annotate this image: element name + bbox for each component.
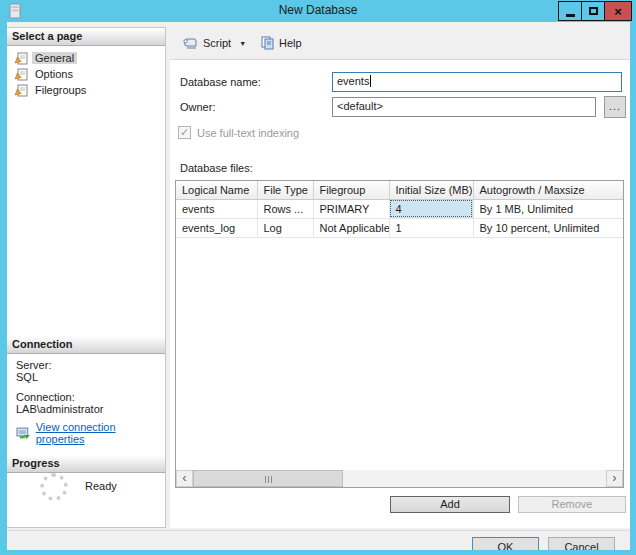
cell-logical-name[interactable]: events — [176, 199, 257, 218]
connection-properties-icon — [16, 427, 31, 440]
maximize-button[interactable] — [581, 1, 605, 21]
fulltext-checkbox-label: Use full-text indexing — [197, 127, 299, 139]
page-icon — [14, 52, 28, 65]
database-name-input[interactable]: events — [332, 72, 622, 92]
minimize-button[interactable] — [558, 1, 582, 21]
cell-filegroup[interactable]: PRIMARY — [313, 199, 389, 218]
cell-autogrowth[interactable]: By 1 MB, Unlimited — [473, 199, 624, 218]
table-header-row: Logical Name File Type Filegroup Initial… — [176, 181, 624, 199]
maximize-icon — [589, 7, 598, 15]
owner-label: Owner: — [180, 101, 215, 113]
window-controls: × — [559, 1, 632, 21]
table-row: events Rows ... PRIMARY 4 By 1 MB, Unlim… — [176, 199, 624, 218]
server-value: SQL — [16, 371, 38, 383]
sidebar-item-label: Options — [32, 68, 76, 80]
text-caret — [370, 75, 371, 87]
sidebar-item-label: General — [32, 52, 77, 64]
progress-spinner-icon — [40, 473, 68, 501]
page-icon — [14, 68, 28, 81]
server-label: Server: — [16, 359, 51, 371]
database-name-label: Database name: — [180, 76, 261, 88]
remove-button[interactable]: Remove — [518, 496, 626, 513]
title-bar[interactable]: New Database × — [0, 0, 636, 22]
cell-filegroup[interactable]: Not Applicable — [313, 218, 389, 237]
cell-file-type[interactable]: Log — [257, 218, 313, 237]
cell-initial-size[interactable]: 1 — [389, 218, 473, 237]
help-icon — [260, 36, 274, 50]
connection-header: Connection — [7, 336, 165, 354]
fulltext-checkbox[interactable]: ✓ — [178, 126, 191, 139]
footer-divider — [7, 530, 630, 531]
table-row: events_log Log Not Applicable 1 By 10 pe… — [176, 218, 624, 237]
owner-browse-button[interactable]: ... — [604, 96, 626, 118]
column-header: Filegroup — [313, 181, 389, 199]
ok-button[interactable]: OK — [472, 537, 539, 550]
progress-header: Progress — [7, 455, 165, 473]
scrollbar-thumb[interactable] — [193, 470, 343, 487]
close-button[interactable]: × — [604, 1, 632, 21]
connection-value: LAB\administrator — [16, 403, 103, 415]
add-button[interactable]: Add — [390, 496, 510, 513]
cell-initial-size-selected[interactable]: 4 — [389, 199, 473, 218]
connection-label: Connection: — [16, 391, 75, 403]
scrollbar-grip-icon — [268, 476, 269, 483]
column-header: Autogrowth / Maxsize — [473, 181, 624, 199]
column-header: Initial Size (MB) — [389, 181, 473, 199]
files-table: Logical Name File Type Filegroup Initial… — [176, 181, 624, 238]
dialog-toolbar: Script ▼ Help — [170, 27, 630, 60]
progress-status: Ready — [85, 480, 117, 492]
window-title: New Database — [0, 3, 636, 17]
script-button[interactable]: Script — [178, 34, 235, 53]
sidebar-item-general[interactable]: General — [14, 50, 77, 66]
cell-autogrowth[interactable]: By 10 percent, Unlimited — [473, 218, 624, 237]
database-files-label: Database files: — [180, 162, 253, 174]
cancel-button[interactable]: Cancel — [548, 537, 615, 550]
sidebar-item-options[interactable]: Options — [14, 66, 76, 82]
close-icon: × — [614, 5, 622, 18]
horizontal-scrollbar[interactable]: ‹ › — [176, 470, 623, 487]
help-button[interactable]: Help — [256, 33, 306, 53]
check-icon: ✓ — [180, 126, 189, 138]
sidebar-item-label: Filegroups — [32, 84, 89, 96]
view-connection-properties-row: View connection properties — [16, 421, 165, 445]
help-label: Help — [279, 37, 302, 49]
script-icon — [182, 37, 198, 50]
scroll-left-button[interactable]: ‹ — [176, 470, 193, 487]
view-connection-properties-link[interactable]: View connection properties — [36, 421, 165, 445]
dialog-body: Select a page General Options — [7, 22, 630, 550]
cell-file-type[interactable]: Rows ... — [257, 199, 313, 218]
sidebar: Select a page General Options — [7, 27, 166, 528]
owner-input[interactable]: <default> — [332, 97, 596, 117]
database-files-grid: Logical Name File Type Filegroup Initial… — [175, 180, 624, 488]
select-a-page-header: Select a page — [7, 28, 165, 46]
new-database-dialog: New Database × Select a page General — [0, 0, 636, 555]
sidebar-item-filegroups[interactable]: Filegroups — [14, 82, 89, 98]
script-dropdown-icon[interactable]: ▼ — [239, 40, 246, 47]
page-icon — [14, 84, 28, 97]
cell-logical-name[interactable]: events_log — [176, 218, 257, 237]
general-page-content: Database name: events Owner: <default> .… — [170, 60, 630, 528]
script-label: Script — [203, 37, 231, 49]
minimize-icon — [566, 14, 575, 17]
fulltext-checkbox-row: ✓ Use full-text indexing — [178, 126, 299, 139]
column-header: File Type — [257, 181, 313, 199]
column-header: Logical Name — [176, 181, 257, 199]
scroll-right-button[interactable]: › — [606, 470, 623, 487]
